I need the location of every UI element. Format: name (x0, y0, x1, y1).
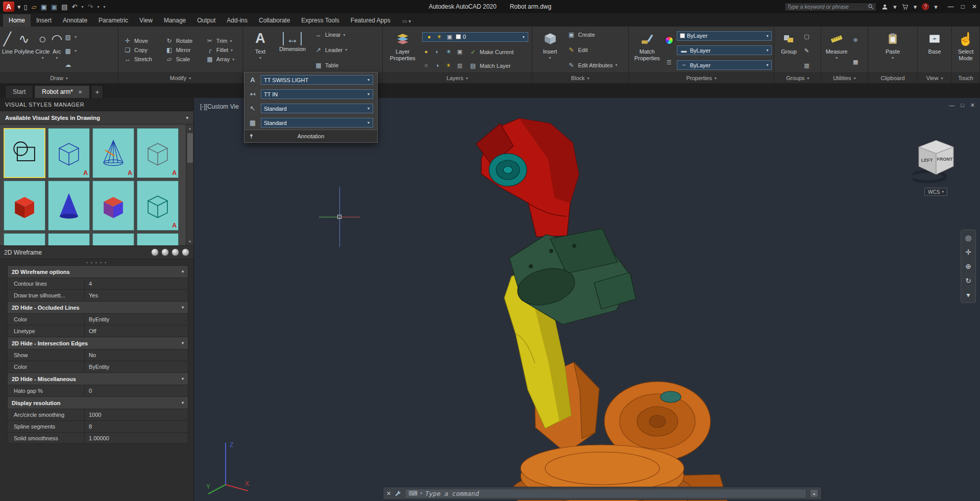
pan-icon[interactable]: ✛ (965, 248, 971, 256)
property-value[interactable]: 0 (84, 385, 188, 396)
lineweight-dropdown[interactable]: ▬ByLayer▾ (677, 45, 772, 55)
group-edit-icon[interactable]: ✎ (802, 47, 811, 54)
array-button[interactable]: ▦Array▾ (206, 56, 240, 63)
panel-label-view[interactable]: View▾ (918, 72, 951, 83)
ungroup-icon[interactable]: ▢ (802, 33, 811, 40)
group-selection-toggle-icon[interactable]: ▥ (802, 62, 811, 69)
apply-visual-style-button[interactable] (161, 248, 169, 256)
drawing-viewport[interactable]: [-][Custom Vie — □ ✕ LEFT FRONT WCS ▾ ◎ … (194, 98, 980, 501)
linear-button[interactable]: ↔Linear▾ (314, 31, 347, 38)
visual-style-thumbnail-2d-wireframe[interactable] (4, 128, 45, 178)
fillet-button[interactable]: ╭Fillet▾ (206, 46, 240, 54)
visual-style-thumbnail-shades-of-gray[interactable]: A (137, 181, 179, 231)
visual-style-thumbnail-10[interactable] (48, 233, 90, 246)
id-point-icon[interactable]: ⊕ (851, 37, 860, 43)
revision-cloud-button[interactable]: ☁ (64, 61, 77, 68)
wcs-selector[interactable]: WCS ▾ (924, 188, 947, 196)
move-button[interactable]: ✛Move (124, 37, 158, 44)
text-style-dropdown[interactable]: TT SWISS LIGHT▾ (261, 75, 373, 85)
panel-label-touch[interactable]: Touch (952, 72, 979, 83)
recent-commands-caret-icon[interactable]: ▾ (421, 491, 423, 495)
orbit-icon[interactable]: ↻ (965, 277, 971, 284)
save-as-button[interactable]: ▣ (51, 3, 57, 11)
undo-caret-icon[interactable]: ▾ (81, 5, 83, 9)
new-drawing-button[interactable]: ▯ (24, 3, 28, 11)
property-value[interactable]: 1.00000 (84, 433, 188, 443)
ribbon-minimize-toggle[interactable]: ▭▾ (399, 16, 414, 27)
paste-button[interactable]: Paste ▾ (879, 28, 906, 72)
styles-scrollbar[interactable]: ▲ ▼ (186, 124, 193, 245)
robot-arm-model[interactable] (194, 98, 980, 501)
object-color-dropdown[interactable]: ByLayer▾ (677, 31, 772, 41)
tab-collaborate[interactable]: Collaborate (253, 14, 296, 27)
close-command-line-icon[interactable]: ✕ (386, 490, 391, 497)
plot-button[interactable]: ▤ (61, 3, 67, 11)
layer-dropdown[interactable]: ● ☀ ▣ 0 ▾ (422, 32, 528, 42)
visual-style-thumbnail-realistic[interactable] (4, 181, 45, 231)
navbar-more-icon[interactable]: ▾ (966, 291, 970, 298)
close-window-button[interactable]: ✕ (972, 3, 977, 10)
panel-label-layers[interactable]: Layers▾ (383, 72, 532, 83)
palette-title[interactable]: VISUAL STYLES MANAGER (0, 98, 193, 111)
help-icon[interactable]: ? (922, 3, 929, 10)
quick-calculator-icon[interactable]: ▦ (851, 59, 860, 65)
tab-output[interactable]: Output (191, 14, 221, 27)
leader-button[interactable]: ↗Leader▾ (314, 46, 347, 54)
layer-freeze-icon[interactable]: ✳ (445, 48, 453, 55)
line-button[interactable]: ╱Line (2, 28, 13, 72)
delete-visual-style-button[interactable] (182, 248, 189, 256)
viewcube[interactable]: LEFT FRONT (913, 135, 962, 184)
close-file-tab-icon[interactable]: ✕ (78, 89, 82, 95)
dimension-button[interactable]: ↔Dimension (275, 28, 310, 72)
scroll-down-icon[interactable]: ▼ (186, 238, 193, 245)
create-block-button[interactable]: ▣Create (568, 31, 618, 38)
tab-express-tools[interactable]: Express Tools (296, 14, 345, 27)
visual-style-thumbnail-9[interactable] (4, 233, 45, 246)
property-value[interactable]: 8 (84, 421, 188, 432)
arc-button[interactable]: ◠Arc▾ (51, 28, 62, 72)
base-view-button[interactable]: Base (922, 28, 947, 72)
group-button[interactable]: Group (776, 28, 801, 72)
search-icon[interactable] (868, 4, 874, 10)
visual-style-thumbnail-11[interactable] (92, 233, 134, 246)
viewport-controls-label[interactable]: [-][Custom Vie (200, 103, 239, 110)
viewcube-left-face[interactable]: LEFT (921, 158, 933, 163)
linetype-dropdown[interactable]: ╌ByLayer▾ (677, 60, 772, 70)
insert-block-button[interactable]: Insert ▾ (536, 28, 564, 72)
application-menu-button[interactable]: A (3, 2, 14, 12)
gradient-button[interactable]: ▩▾ (64, 47, 77, 55)
full-navigation-wheel-icon[interactable]: ◎ (965, 234, 971, 241)
app-store-cart-icon[interactable] (902, 4, 909, 10)
trim-button[interactable]: ✂Trim▾ (206, 37, 240, 44)
tab-view[interactable]: View (134, 14, 158, 27)
visual-style-thumbnail-hidden[interactable]: A (92, 128, 134, 178)
tab-add-ins[interactable]: Add-ins (221, 14, 253, 27)
table-button[interactable]: ▦Table (314, 62, 347, 69)
hatch-button[interactable]: ▨▾ (64, 34, 77, 41)
section-header-2d-wireframe-options[interactable]: 2D Wireframe options▾ (7, 265, 188, 278)
help-caret-icon[interactable]: ▾ (934, 3, 938, 11)
command-input[interactable]: ⌨ ▾ (405, 489, 806, 498)
copy-button[interactable]: ❏Copy (124, 46, 158, 54)
tab-annotate[interactable]: Annotate (57, 14, 93, 27)
rotate-button[interactable]: ↻Rotate (165, 37, 199, 44)
property-value[interactable]: ByEntity (84, 361, 188, 372)
drawing-restore-button[interactable]: □ (961, 102, 964, 109)
help-search-input[interactable] (787, 4, 868, 10)
layer-walk-icon[interactable]: ▥ (456, 62, 464, 69)
layer-lock-icon[interactable]: ▣ (456, 48, 464, 55)
make-current-button[interactable]: ✓Make Current (469, 48, 514, 56)
scroll-up-icon[interactable]: ▲ (186, 124, 193, 132)
customize-command-line-icon[interactable] (395, 490, 401, 497)
maximize-window-button[interactable]: □ (961, 3, 965, 10)
edit-attributes-button[interactable]: ✎Edit Attributes▾ (568, 62, 618, 69)
mirror-button[interactable]: ◧Mirror (165, 46, 199, 54)
palette-splitter-handle[interactable]: • • • • • (0, 259, 193, 265)
layer-on-icon[interactable]: ○ (422, 62, 430, 69)
help-search-box[interactable] (785, 3, 876, 11)
file-tab-robot-arm[interactable]: Robot arm*✕ (34, 85, 90, 98)
panel-label-groups[interactable]: Groups▾ (774, 72, 821, 83)
panel-label-block[interactable]: Block▾ (532, 72, 628, 83)
visual-style-thumbnail-shaded[interactable] (92, 181, 134, 231)
minimize-window-button[interactable]: — (948, 3, 954, 10)
